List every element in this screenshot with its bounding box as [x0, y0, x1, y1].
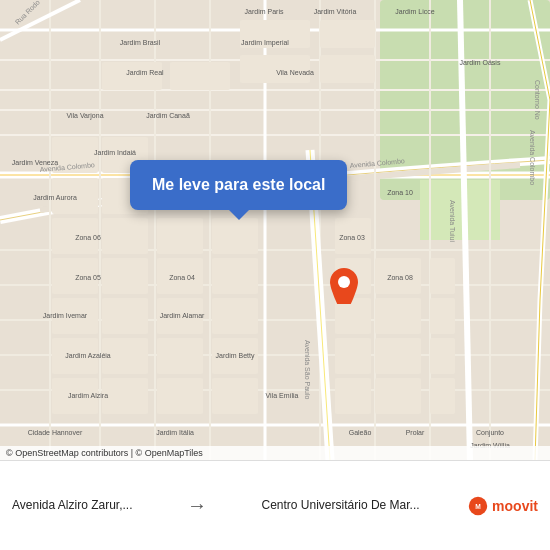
svg-text:Vila Emília: Vila Emília	[266, 392, 299, 399]
moovit-logo: M moovit	[468, 496, 538, 516]
app: Jardim Paris Jardim Vitória Jardim Licce…	[0, 0, 550, 550]
location-pin	[330, 268, 358, 304]
origin-name: Avenida Alziro Zarur,...	[12, 498, 133, 514]
svg-point-110	[338, 276, 350, 288]
svg-text:Jardim Alzira: Jardim Alzira	[68, 392, 108, 399]
svg-text:Zona 08: Zona 08	[387, 274, 413, 281]
svg-rect-69	[320, 20, 375, 48]
svg-rect-61	[430, 258, 455, 294]
svg-rect-49	[212, 298, 258, 334]
svg-text:Jardim Azaléia: Jardim Azaléia	[65, 352, 111, 359]
svg-text:Jardim Oásis: Jardim Oásis	[460, 59, 501, 66]
svg-text:M: M	[475, 503, 481, 510]
svg-text:Jardim Alamar: Jardim Alamar	[160, 312, 205, 319]
svg-rect-56	[375, 298, 421, 334]
svg-rect-60	[375, 378, 421, 414]
moovit-logo-icon: M	[468, 496, 488, 516]
svg-text:Jardim Canaã: Jardim Canaã	[146, 112, 190, 119]
attribution-bar: © OpenStreetMap contributors | © OpenMap…	[0, 446, 550, 460]
svg-text:Jardim Betty: Jardim Betty	[216, 352, 255, 360]
destination-endpoint: Centro Universitário De Mar...	[262, 498, 420, 514]
svg-rect-66	[170, 62, 230, 90]
svg-text:Contorno No: Contorno No	[534, 80, 541, 120]
svg-rect-58	[335, 338, 371, 374]
svg-text:Jardim Vitória: Jardim Vitória	[314, 8, 357, 15]
origin-endpoint: Avenida Alziro Zarur,...	[12, 498, 133, 514]
svg-rect-62	[430, 298, 455, 334]
svg-text:Galeão: Galeão	[349, 429, 372, 436]
svg-text:Avenida Colombo: Avenida Colombo	[529, 130, 536, 185]
destination-name: Centro Universitário De Mar...	[262, 498, 420, 514]
svg-text:Cidade Hannover: Cidade Hannover	[28, 429, 83, 436]
svg-rect-59	[335, 378, 371, 414]
svg-text:Zona 10: Zona 10	[387, 189, 413, 196]
svg-text:Jardim Ivemar: Jardim Ivemar	[43, 312, 88, 319]
bottom-bar: Avenida Alziro Zarur,... → Centro Univer…	[0, 460, 550, 550]
svg-rect-47	[212, 218, 258, 254]
moovit-logo-text: moovit	[492, 498, 538, 514]
svg-rect-64	[430, 378, 455, 414]
attribution-text: © OpenStreetMap contributors | © OpenMap…	[6, 448, 203, 458]
callout-bubble[interactable]: Me leve para este local	[130, 160, 347, 210]
svg-text:Zona 03: Zona 03	[339, 234, 365, 241]
svg-text:Avenida São Paulo: Avenida São Paulo	[304, 340, 311, 400]
svg-text:Vila Varjona: Vila Varjona	[66, 112, 103, 120]
svg-rect-2	[420, 180, 500, 240]
svg-text:Avenida Tuiuí: Avenida Tuiuí	[449, 200, 456, 242]
svg-text:Jardim Brasil: Jardim Brasil	[120, 39, 161, 46]
svg-text:Jardim Imperial: Jardim Imperial	[241, 39, 289, 47]
svg-text:Zona 05: Zona 05	[75, 274, 101, 281]
svg-text:Prolar: Prolar	[406, 429, 425, 436]
svg-text:Jardim Paris: Jardim Paris	[245, 8, 284, 15]
svg-rect-51	[212, 378, 258, 414]
svg-text:Conjunto: Conjunto	[476, 429, 504, 437]
svg-rect-36	[102, 298, 148, 334]
map-container[interactable]: Jardim Paris Jardim Vitória Jardim Licce…	[0, 0, 550, 460]
svg-rect-42	[157, 218, 203, 254]
svg-text:Jardim Licce: Jardim Licce	[395, 8, 434, 15]
svg-rect-35	[102, 258, 148, 294]
map-background: Jardim Paris Jardim Vitória Jardim Licce…	[0, 0, 550, 460]
svg-text:Zona 06: Zona 06	[75, 234, 101, 241]
svg-rect-41	[102, 378, 148, 414]
svg-text:Zona 04: Zona 04	[169, 274, 195, 281]
callout-text: Me leve para este local	[152, 176, 325, 193]
svg-rect-63	[430, 338, 455, 374]
svg-rect-70	[320, 55, 375, 83]
svg-rect-48	[212, 258, 258, 294]
svg-text:Jardim Indaiá: Jardim Indaiá	[94, 149, 136, 156]
svg-text:Jardim Aurora: Jardim Aurora	[33, 194, 77, 201]
svg-rect-34	[102, 218, 148, 254]
svg-rect-57	[375, 338, 421, 374]
route-arrow-icon: →	[187, 494, 207, 517]
svg-rect-46	[157, 378, 203, 414]
svg-rect-45	[157, 338, 203, 374]
svg-text:Jardim Itália: Jardim Itália	[156, 429, 194, 436]
svg-text:Jardim Real: Jardim Real	[126, 69, 164, 76]
svg-rect-65	[102, 62, 162, 90]
svg-text:Vila Nevada: Vila Nevada	[276, 69, 314, 76]
